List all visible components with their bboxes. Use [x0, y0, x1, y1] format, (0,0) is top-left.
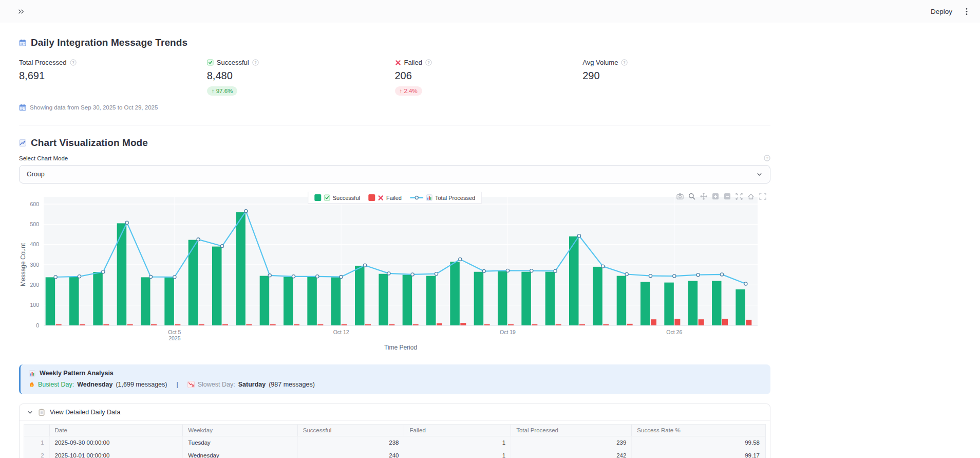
- weekly-pattern-infobox: Weekly Pattern Analysis Busiest Day: Wed…: [19, 364, 770, 394]
- svg-text:?: ?: [72, 60, 74, 65]
- legend-item-successful[interactable]: Successful: [314, 194, 360, 201]
- line-marker: [268, 274, 271, 277]
- fullscreen-icon[interactable]: [759, 193, 766, 200]
- app-root: Deploy Daily Integration Message Trends …: [0, 0, 980, 458]
- line-marker: [696, 273, 700, 277]
- bar-failed: [532, 324, 537, 325]
- bar-failed: [603, 324, 609, 325]
- select-chart-mode-label: Select Chart Mode: [19, 155, 68, 161]
- separator: |: [176, 381, 178, 388]
- line-marker: [387, 272, 390, 275]
- table-cell: 242: [511, 449, 632, 458]
- table-cell: 2025-09-30 00:00:00: [49, 436, 183, 449]
- table-cell: 1: [404, 436, 511, 449]
- line-marker: [220, 245, 223, 248]
- deploy-button[interactable]: Deploy: [928, 7, 955, 16]
- metric-total-processed: Total Processed ? 8,691: [19, 59, 207, 96]
- metric-failed: Failed ? 206 ↑ 2.4%: [395, 59, 583, 96]
- dataframe: DateWeekdaySuccessfulFailedTotal Process…: [24, 424, 766, 458]
- chart-mode-select[interactable]: Group: [19, 165, 770, 184]
- line-marker: [530, 269, 533, 272]
- page-title-text: Daily Integration Message Trends: [31, 37, 187, 48]
- plotly-chart: SuccessfulFailedTotal Processed 01002003…: [19, 191, 770, 354]
- column-header-successful[interactable]: Successful: [297, 425, 404, 436]
- column-header-date[interactable]: Date: [49, 425, 183, 436]
- pan-icon[interactable]: [700, 193, 707, 200]
- table-cell: 238: [297, 436, 404, 449]
- column-header-index[interactable]: [24, 425, 49, 436]
- expander-header[interactable]: View Detailed Daily Data: [20, 404, 770, 421]
- column-header-failed[interactable]: Failed: [404, 425, 511, 436]
- y-tick-label: 500: [30, 221, 39, 227]
- chart-legend: SuccessfulFailedTotal Processed: [308, 192, 482, 204]
- bar-failed: [199, 324, 204, 325]
- sidebar-expand-button[interactable]: [15, 6, 27, 17]
- column-header-success-rate-[interactable]: Success Rate %: [632, 425, 765, 436]
- zoom-out-icon[interactable]: [724, 193, 731, 200]
- bar-failed: [437, 323, 442, 325]
- line-marker: [125, 221, 128, 224]
- bar-successful: [569, 236, 579, 325]
- bar-successful: [284, 277, 293, 325]
- metric-delta-badge: ↑ 97.6%: [207, 86, 238, 96]
- svg-text:?: ?: [254, 60, 257, 65]
- bar-failed: [699, 319, 704, 325]
- line-marker: [340, 276, 343, 279]
- table-cell: 2025-10-01 00:00:00: [49, 449, 183, 458]
- bar-successful: [403, 275, 412, 325]
- x-tick-label: Oct 26: [666, 329, 682, 335]
- bar-successful: [46, 277, 55, 325]
- y-tick-label: 400: [30, 241, 39, 247]
- table-cell: 239: [511, 436, 632, 449]
- bar-failed: [674, 319, 680, 325]
- autoscale-icon[interactable]: [736, 193, 743, 200]
- metric-help-icon[interactable]: ?: [252, 59, 259, 66]
- bar-failed: [127, 324, 133, 325]
- metric-help-icon[interactable]: ?: [70, 59, 77, 66]
- bar-successful: [545, 272, 555, 325]
- chart-canvas[interactable]: 0100200300400500600Oct 52025Oct 12Oct 19…: [19, 191, 770, 354]
- zoom-icon[interactable]: [688, 193, 695, 200]
- bar-successful: [331, 277, 341, 325]
- bar-successful: [117, 223, 127, 325]
- main-menu-button[interactable]: [964, 6, 970, 17]
- bar-failed: [246, 324, 252, 325]
- column-header-total-processed[interactable]: Total Processed: [511, 425, 632, 436]
- line-marker: [78, 275, 81, 278]
- page-title: Daily Integration Message Trends: [19, 37, 770, 48]
- y-tick-label: 0: [36, 322, 39, 328]
- app-header: Deploy: [0, 0, 980, 23]
- metric-help-icon[interactable]: ?: [621, 59, 628, 66]
- column-header-weekday[interactable]: Weekday: [183, 425, 298, 436]
- bar-failed: [270, 324, 276, 325]
- bar-failed: [294, 324, 299, 325]
- plot-area: [44, 197, 758, 325]
- bar-failed: [722, 319, 728, 325]
- metric-help-icon[interactable]: ?: [425, 59, 432, 66]
- zoom-in-icon[interactable]: [712, 193, 719, 200]
- bar-failed: [579, 324, 585, 325]
- reset-axes-icon[interactable]: [747, 193, 755, 200]
- bar-successful: [593, 267, 602, 325]
- bar-failed: [460, 323, 466, 325]
- bar-successful: [69, 277, 79, 325]
- slowest-day-value: Saturday: [238, 381, 266, 388]
- bar-failed: [175, 324, 180, 325]
- bar-chart-emoji: [29, 370, 35, 377]
- bar-successful: [521, 272, 531, 325]
- camera-icon[interactable]: [676, 193, 684, 200]
- legend-item-total-processed[interactable]: Total Processed: [410, 194, 475, 201]
- select-help-icon[interactable]: ?: [764, 155, 770, 161]
- legend-label: Total Processed: [435, 195, 475, 201]
- metric-value: 290: [582, 70, 770, 82]
- metric-successful: Successful ? 8,480 ↑ 97.6%: [207, 59, 395, 96]
- x-tick-sublabel: 2025: [168, 335, 181, 341]
- svg-text:?: ?: [427, 60, 430, 65]
- legend-item-failed[interactable]: Failed: [368, 194, 402, 201]
- metric-value: 8,480: [207, 70, 395, 82]
- chart-mode-selected-value: Group: [27, 171, 45, 178]
- bar-successful: [164, 278, 174, 325]
- bar-failed: [151, 324, 157, 325]
- line-marker: [411, 273, 414, 276]
- check-emoji: [207, 59, 214, 66]
